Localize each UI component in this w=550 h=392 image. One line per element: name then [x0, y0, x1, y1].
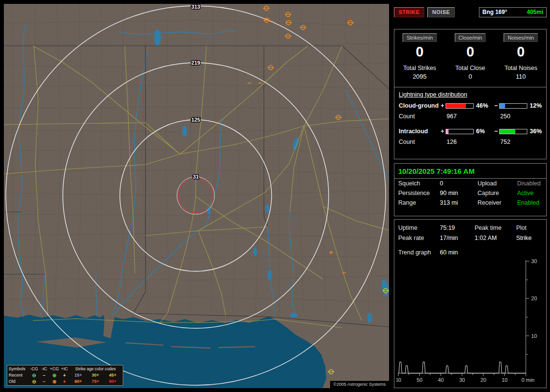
cg-minus-count: 250 — [499, 113, 527, 120]
ring-label-219: 219 — [191, 60, 200, 66]
age-45: 45+ — [104, 373, 121, 378]
strikes-column: Strikes/min 0 Total Strikes 2095 — [394, 33, 445, 80]
squelch-value: 0 — [440, 180, 478, 187]
session-row-2: Peak rate 17/min 1:02 AM Strike — [394, 233, 546, 243]
peak-time-value: 1:02 AM — [475, 235, 516, 241]
persistence-value: 90 min — [440, 190, 478, 196]
ytick-30: 30 — [531, 258, 537, 264]
age-60: 60+ — [70, 379, 87, 384]
minus-sign: − — [493, 128, 499, 135]
trend-axes — [398, 260, 529, 376]
trend-tick-labels: 30 20 10 60 50 40 30 20 10 0 min — [396, 258, 537, 383]
session-row-1: Uptime 75:19 Peak time Plot — [394, 223, 546, 233]
ytick-20: 20 — [531, 295, 537, 301]
bearing-value: Bng 169° — [482, 9, 507, 15]
map-legend: Symbols -CG -IC +CG +IC Strike age color… — [7, 365, 123, 386]
bearing-distance-readout: Bng 169° 405mi — [479, 7, 547, 17]
old-ic-plus-icon: + — [59, 379, 70, 384]
close-per-min-button[interactable]: Close/min — [455, 33, 486, 42]
xtick-30: 30 — [459, 377, 465, 383]
cloud-ground-label: Cloud-ground — [399, 102, 439, 109]
copyright-text: ©2005 Astrogenic Systems — [330, 381, 389, 388]
peak-time-label: Peak time — [475, 224, 516, 231]
ic-plus-bar — [446, 129, 474, 134]
session-panel: Uptime 75:19 Peak time Plot Peak rate 17… — [394, 219, 547, 388]
legend-old-row: Old ⊖ − ⊕ + 60+ 75+ 90+ — [9, 378, 121, 385]
trend-window-value: 60 min — [440, 249, 475, 256]
old-age-codes: 60+ 75+ 90+ — [70, 379, 121, 384]
xtick-20: 20 — [480, 377, 486, 383]
strike-map-canvas[interactable]: 313 219 125 31 — [4, 4, 389, 388]
squelch-label: Squelch — [398, 180, 440, 187]
noises-per-min-button[interactable]: Noises/min — [504, 33, 537, 42]
noise-mode-button[interactable]: NOISE — [427, 7, 455, 17]
uptime-value: 75:19 — [440, 224, 475, 231]
ring-label-125: 125 — [191, 117, 200, 123]
strikes-per-min-button[interactable]: Strikes/min — [403, 33, 436, 42]
cg-plus-count: 967 — [446, 113, 474, 120]
legend-header-row: Symbols -CG -IC +CG +IC Strike age color… — [9, 366, 121, 372]
legend-recent-label: Recent — [9, 373, 29, 378]
legend-col-cg-minus: -CG — [29, 367, 39, 371]
noises-per-min-value: 0 — [495, 45, 546, 59]
age-15: 15+ — [70, 373, 87, 378]
count-label: Count — [399, 139, 439, 145]
total-noises-label: Total Noises — [495, 65, 546, 71]
status-row: Range 313 mi Receiver Enabled — [394, 198, 546, 208]
strike-mode-button[interactable]: STRIKE — [394, 7, 424, 17]
legend-symbols-title: Symbols — [9, 367, 29, 371]
xtick-0min: 0 min — [521, 377, 535, 383]
xtick-10: 10 — [502, 377, 507, 383]
count-label: Count — [399, 113, 439, 120]
range-label: Range — [398, 199, 440, 206]
age-75: 75+ — [87, 379, 104, 384]
map-panel[interactable]: 313 219 125 31 Symbols -CG -IC +CG +IC S… — [4, 4, 389, 388]
recent-cg-plus-icon: ⊕ — [49, 373, 59, 378]
legend-recent-row: Recent ⊖ − ⊕ + 15+ 30+ 45+ — [9, 372, 121, 378]
cg-minus-pct: 12% — [527, 102, 542, 109]
counters-panel: Strikes/min 0 Total Strikes 2095 Close/m… — [394, 29, 547, 159]
close-per-min-value: 0 — [445, 45, 496, 59]
intracloud-label: Intracloud — [399, 128, 439, 135]
upload-status: Disabled — [517, 180, 542, 187]
xtick-50: 50 — [417, 377, 422, 383]
legend-age-title: Strike age color codes — [70, 367, 121, 371]
close-column: Close/min 0 Total Close 0 — [445, 33, 496, 80]
cloud-ground-count-row: Count 967 250 — [394, 111, 546, 122]
recent-age-codes: 15+ 30+ 45+ — [70, 373, 121, 378]
trend-graph: 30 20 10 60 50 40 30 20 10 0 min — [396, 257, 545, 386]
total-strikes-value: 2095 — [394, 73, 445, 80]
plot-label: Plot — [516, 224, 542, 231]
legend-col-ic-minus: -IC — [39, 367, 49, 371]
legend-col-cg-plus: +CG — [49, 367, 59, 371]
peak-rate-value: 17/min — [440, 235, 475, 241]
noises-column: Noises/min 0 Total Noises 110 — [495, 33, 546, 80]
intracloud-count-row: Count 126 752 — [394, 137, 546, 147]
recent-ic-minus-icon: − — [39, 373, 49, 378]
datetime-display: 10/20/2025 7:49:16 AM — [394, 164, 546, 179]
ic-plus-pct: 6% — [474, 128, 493, 135]
peak-rate-label: Peak rate — [398, 235, 440, 241]
upload-label: Upload — [478, 180, 517, 187]
ic-minus-pct: 36% — [527, 128, 542, 135]
cg-minus-bar — [499, 103, 527, 109]
ring-label-313: 313 — [191, 4, 200, 10]
app-window: 313 219 125 31 Symbols -CG -IC +CG +IC S… — [0, 0, 550, 392]
receiver-status: Enabled — [517, 199, 542, 206]
status-panel: 10/20/2025 7:49:16 AM Squelch 0 Upload D… — [394, 163, 547, 216]
trend-series-line — [398, 362, 526, 373]
recent-ic-plus-icon: + — [59, 373, 70, 378]
plus-sign: + — [439, 102, 446, 109]
age-90: 90+ — [104, 379, 121, 384]
strikes-per-min-value: 0 — [394, 45, 445, 59]
control-sidebar: STRIKE NOISE Bng 169° 405mi Strikes/min … — [393, 4, 548, 388]
capture-label: Capture — [478, 190, 517, 196]
distance-value: 405mi — [527, 9, 543, 15]
uptime-label: Uptime — [398, 224, 440, 231]
ic-minus-bar — [499, 129, 527, 134]
plus-sign: + — [439, 128, 446, 135]
rate-counters: Strikes/min 0 Total Strikes 2095 Close/m… — [394, 29, 546, 80]
old-ic-minus-icon: − — [39, 379, 49, 384]
ic-minus-count: 752 — [499, 139, 527, 145]
total-close-label: Total Close — [445, 65, 496, 71]
